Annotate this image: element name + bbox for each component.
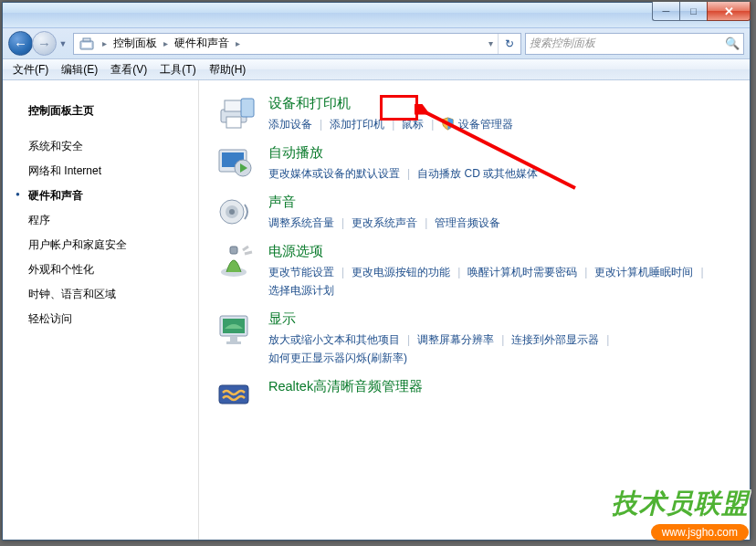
address-bar[interactable]: ▸ 控制面板 ▸ 硬件和声音 ▸ ▾ ↻: [73, 33, 521, 55]
sidebar-item-appearance[interactable]: 外观和个性化: [28, 257, 191, 282]
search-input[interactable]: 搜索控制面板 🔍: [525, 33, 744, 55]
link-sleep-time[interactable]: 更改计算机睡眠时间: [594, 266, 693, 278]
sidebar-home[interactable]: 控制面板主页: [28, 99, 191, 123]
category-realtek: Realtek高清晰音频管理器: [217, 378, 731, 416]
search-placeholder: 搜索控制面板: [530, 36, 725, 51]
autoplay-icon: [217, 146, 261, 183]
svg-rect-1: [82, 43, 91, 47]
arrow-right-icon: →: [37, 36, 51, 51]
svg-rect-5: [226, 117, 241, 128]
maximize-button[interactable]: □: [679, 2, 707, 21]
printer-icon: [217, 97, 261, 133]
chevron-down-icon[interactable]: ▾: [486, 38, 496, 48]
body: 控制面板主页 系统和安全 网络和 Internet 硬件和声音 程序 用户帐户和…: [3, 80, 750, 540]
category-title[interactable]: Realtek高清晰音频管理器: [268, 378, 731, 395]
nav-buttons: ← → ▼: [8, 31, 69, 56]
titlebar: ─ □ ✕: [3, 3, 750, 28]
menu-file[interactable]: 文件(F): [6, 59, 55, 79]
menu-bar: 文件(F) 编辑(E) 查看(V) 工具(T) 帮助(H): [3, 59, 750, 80]
category-display: 显示 放大或缩小文本和其他项目|调整屏幕分辨率|连接到外部显示器|如何更正显示器…: [217, 310, 731, 367]
link-system-sounds[interactable]: 更改系统声音: [352, 216, 417, 229]
link-refresh-rate[interactable]: 如何更正显示器闪烁(刷新率): [268, 352, 407, 364]
link-external-display[interactable]: 连接到外部显示器: [511, 333, 599, 346]
sidebar-item-system[interactable]: 系统和安全: [28, 134, 191, 159]
control-panel-window: ─ □ ✕ ← → ▼ ▸ 控制面板 ▸ 硬件和声音 ▸ ▾ ↻ 搜索控制面板 …: [2, 2, 751, 541]
link-device-manager[interactable]: 设备管理器: [458, 118, 513, 131]
svg-rect-18: [230, 336, 237, 341]
shield-icon: [441, 117, 455, 131]
category-title[interactable]: 电源选项: [268, 243, 731, 260]
forward-button[interactable]: →: [32, 31, 57, 56]
svg-rect-15: [230, 247, 237, 254]
menu-view[interactable]: 查看(V): [104, 59, 153, 79]
link-text-size[interactable]: 放大或缩小文本和其他项目: [268, 333, 400, 346]
sidebar-item-accounts[interactable]: 用户帐户和家庭安全: [28, 233, 191, 257]
category-title[interactable]: 显示: [268, 310, 731, 328]
sidebar-item-ease[interactable]: 轻松访问: [28, 307, 191, 331]
category-power: 电源选项 更改节能设置|更改电源按钮的功能|唤醒计算机时需要密码|更改计算机睡眠…: [217, 243, 731, 299]
svg-rect-4: [225, 100, 243, 111]
arrow-left-icon: ←: [14, 36, 27, 51]
link-mouse[interactable]: 鼠标: [402, 118, 424, 131]
breadcrumb-root[interactable]: 控制面板: [110, 34, 161, 54]
chevron-icon[interactable]: ▸: [233, 38, 243, 48]
window-controls: ─ □ ✕: [652, 2, 751, 21]
category-sound: 声音 调整系统音量|更改系统声音|管理音频设备: [217, 194, 731, 232]
link-add-printer[interactable]: 添加打印机: [330, 118, 384, 131]
category-devices: 设备和打印机 添加设备|添加打印机|鼠标| 设备管理器: [217, 95, 731, 133]
link-autoplay-cd[interactable]: 自动播放 CD 或其他媒体: [417, 167, 538, 180]
control-panel-icon: [78, 35, 96, 53]
category-links: 更改媒体或设备的默认设置|自动播放 CD 或其他媒体: [268, 164, 731, 183]
category-links: 放大或缩小文本和其他项目|调整屏幕分辨率|连接到外部显示器|如何更正显示器闪烁(…: [268, 331, 731, 367]
category-title[interactable]: 声音: [268, 194, 731, 211]
chevron-icon[interactable]: ▸: [100, 38, 110, 48]
search-icon: 🔍: [725, 37, 740, 50]
sidebar-item-hardware[interactable]: 硬件和声音: [28, 184, 191, 208]
link-power-button[interactable]: 更改电源按钮的功能: [352, 266, 450, 278]
category-autoplay: 自动播放 更改媒体或设备的默认设置|自动播放 CD 或其他媒体: [217, 144, 731, 183]
link-power-save[interactable]: 更改节能设置: [268, 266, 334, 278]
link-volume[interactable]: 调整系统音量: [268, 216, 334, 229]
svg-point-13: [229, 209, 235, 215]
sidebar-item-clock[interactable]: 时钟、语言和区域: [28, 282, 191, 307]
link-power-plan[interactable]: 选择电源计划: [268, 284, 334, 297]
category-links: 添加设备|添加打印机|鼠标| 设备管理器: [268, 115, 731, 133]
chevron-icon[interactable]: ▸: [161, 38, 171, 48]
svg-rect-2: [83, 38, 90, 41]
menu-help[interactable]: 帮助(H): [203, 59, 253, 79]
menu-tools[interactable]: 工具(T): [153, 59, 202, 79]
address-row: ← → ▼ ▸ 控制面板 ▸ 硬件和声音 ▸ ▾ ↻ 搜索控制面板 🔍: [3, 28, 750, 59]
link-resolution[interactable]: 调整屏幕分辨率: [417, 333, 494, 346]
sidebar: 控制面板主页 系统和安全 网络和 Internet 硬件和声音 程序 用户帐户和…: [3, 80, 199, 540]
category-title[interactable]: 自动播放: [268, 144, 731, 162]
menu-edit[interactable]: 编辑(E): [55, 59, 104, 79]
realtek-icon: [217, 380, 261, 416]
svg-rect-7: [241, 99, 254, 117]
content-pane: 设备和打印机 添加设备|添加打印机|鼠标| 设备管理器 自动播放 更改媒体或设备…: [199, 80, 750, 540]
link-add-device[interactable]: 添加设备: [268, 118, 312, 131]
sidebar-item-network[interactable]: 网络和 Internet: [28, 159, 191, 184]
category-links: 调整系统音量|更改系统声音|管理音频设备: [268, 214, 731, 232]
link-audio-devices[interactable]: 管理音频设备: [435, 216, 500, 229]
history-dropdown[interactable]: ▼: [57, 39, 69, 48]
display-icon: [217, 312, 261, 349]
minimize-button[interactable]: ─: [652, 2, 679, 21]
breadcrumb-current[interactable]: 硬件和声音: [171, 34, 233, 54]
refresh-button[interactable]: ↻: [498, 34, 520, 54]
sidebar-item-programs[interactable]: 程序: [28, 208, 191, 233]
close-button[interactable]: ✕: [707, 2, 751, 21]
link-wake-password[interactable]: 唤醒计算机时需要密码: [467, 266, 577, 278]
speaker-icon: [217, 195, 261, 232]
battery-icon: [217, 245, 261, 281]
category-title[interactable]: 设备和打印机: [268, 95, 731, 112]
category-links: 更改节能设置|更改电源按钮的功能|唤醒计算机时需要密码|更改计算机睡眠时间|选择…: [268, 263, 731, 299]
back-button[interactable]: ←: [8, 31, 33, 56]
link-change-defaults[interactable]: 更改媒体或设备的默认设置: [268, 167, 400, 180]
svg-rect-19: [226, 341, 241, 344]
